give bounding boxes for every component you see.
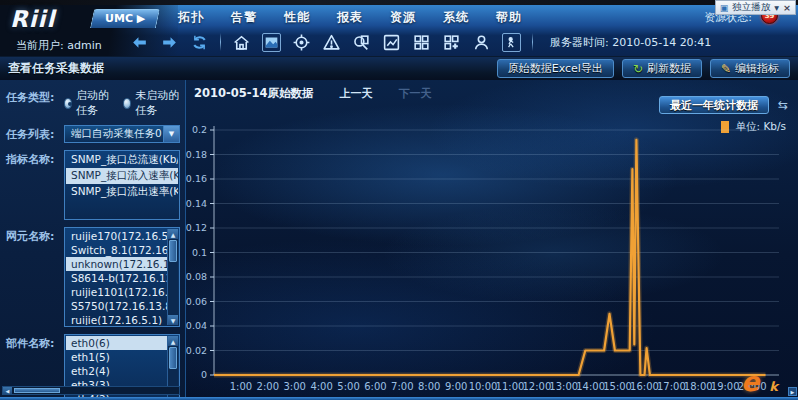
next-day-link-disabled: 下一天	[399, 86, 432, 101]
header: Riil 当前用户: admin UMC ▶ 拓扑 告警 性能 报表 资源 系统…	[0, 5, 798, 56]
scrollbar-thumb[interactable]	[14, 388, 60, 393]
list-item[interactable]: S8614-b(172.16.13.66)	[66, 271, 167, 285]
svg-text:0.04: 0.04	[186, 320, 207, 331]
svg-text:9:00: 9:00	[445, 381, 467, 392]
svg-text:15:00: 15:00	[603, 381, 632, 392]
list-item-selected[interactable]: unknown(172.16.13.134)	[66, 257, 167, 271]
svg-text:12:00: 12:00	[522, 381, 551, 392]
back-icon[interactable]	[130, 33, 149, 52]
list-item[interactable]: ruijie170(172.16.5.251)	[66, 229, 167, 243]
svg-text:0.14: 0.14	[186, 198, 207, 209]
task-list-value: 端口自动采集任务0	[65, 127, 163, 141]
chart-icon[interactable]	[382, 33, 401, 52]
snapshot-icon[interactable]	[262, 33, 281, 52]
prev-day-link[interactable]: 上一天	[340, 86, 373, 101]
main-menu: 拓扑 告警 性能 报表 资源 系统 帮助	[178, 9, 522, 26]
popup-expand-icon[interactable]: ▾	[774, 2, 779, 13]
scroll-left-icon[interactable]: ◀	[3, 387, 12, 394]
user-icon[interactable]	[472, 33, 491, 52]
popup-close-icon[interactable]: ×	[783, 2, 791, 13]
search-icon[interactable]	[352, 33, 371, 52]
chevron-down-icon[interactable]: ▼	[163, 126, 179, 142]
forward-icon[interactable]	[160, 33, 179, 52]
svg-text:1:00: 1:00	[230, 381, 252, 392]
umc-tab[interactable]: UMC ▶	[90, 9, 160, 28]
list-item-selected[interactable]: SNMP_接口流入速率(Kb/s)	[66, 168, 178, 184]
menu-item-performance[interactable]: 性能	[284, 9, 310, 26]
svg-text:0.06: 0.06	[186, 296, 207, 307]
svg-text:18:00: 18:00	[684, 381, 713, 392]
list-item-selected[interactable]: eth0(6)	[66, 336, 167, 350]
vertical-scrollbar[interactable]: ▲ ▼	[167, 229, 178, 325]
svg-text:5:00: 5:00	[337, 381, 359, 392]
svg-text:2:00: 2:00	[257, 381, 279, 392]
alert-icon[interactable]	[322, 33, 341, 52]
scroll-up-icon[interactable]: ▲	[168, 229, 178, 239]
list-item[interactable]: Switch_8.1(172.16.7.15)	[66, 243, 167, 257]
watermark-k: k	[769, 379, 778, 394]
grid-add-icon[interactable]	[442, 33, 461, 52]
scroll-up-icon[interactable]: ▲	[168, 336, 178, 346]
indicator-label: 指标名称:	[6, 150, 64, 220]
element-listbox: ruijie170(172.16.5.251) Switch_8.1(172.1…	[64, 227, 180, 327]
task-list-dropdown[interactable]: 端口自动采集任务0 ▼	[64, 125, 180, 143]
list-item[interactable]: eth1(5)	[66, 350, 167, 364]
horizontal-scrollbar[interactable]: ◀	[2, 386, 180, 395]
menu-item-system[interactable]: 系统	[443, 9, 469, 26]
refresh-data-button[interactable]: ↻ 刷新数据	[622, 59, 702, 78]
list-item[interactable]: SNMP_接口流出速率(Kb/s)	[66, 184, 178, 200]
target-icon[interactable]	[292, 33, 311, 52]
home-icon[interactable]	[232, 33, 251, 52]
list-item[interactable]: S5750(172.16.13.89)	[66, 299, 167, 313]
svg-text:14:00: 14:00	[576, 381, 605, 392]
menu-item-report[interactable]: 报表	[337, 9, 363, 26]
scrollbar-thumb[interactable]	[169, 347, 177, 369]
menu-item-resource[interactable]: 资源	[390, 9, 416, 26]
list-item[interactable]: ruijie1101(172.16.5.223)	[66, 285, 167, 299]
floating-popup: ▣ 独立播放 ▾ ×	[715, 0, 796, 15]
scroll-down-icon[interactable]: ▼	[168, 315, 178, 325]
current-user-label: 当前用户: admin	[16, 38, 102, 53]
refresh-icon: ↻	[633, 62, 643, 76]
scrollbar-thumb[interactable]	[169, 240, 177, 262]
toolbar: 服务器时间: 2010-05-14 20:41	[130, 28, 798, 56]
toolbar-separator	[532, 33, 533, 51]
svg-text:3:00: 3:00	[283, 381, 305, 392]
svg-text:7:00: 7:00	[391, 381, 413, 392]
edit-icon: ✎	[721, 62, 731, 76]
server-time-label: 服务器时间: 2010-05-14 20:41	[550, 35, 711, 50]
task-type-label: 任务类型:	[6, 88, 64, 118]
task-list-label: 任务列表:	[6, 125, 64, 143]
app-window: ▣ 独立播放 ▾ × Riil 当前用户: admin UMC ▶ 拓扑 告警 …	[0, 0, 798, 400]
radio-dot[interactable]	[123, 98, 131, 109]
svg-text:6:00: 6:00	[364, 381, 386, 392]
edit-indicator-button[interactable]: ✎ 编辑指标	[710, 59, 790, 78]
radio-started-tasks[interactable]: 启动的任务	[64, 88, 113, 118]
grid-icon[interactable]	[412, 33, 431, 52]
indicator-listbox: SNMP_接口总流速(Kb/s) SNMP_接口流入速率(Kb/s) SNMP_…	[64, 150, 180, 220]
excel-export-button[interactable]: 原始数据Excel导出	[497, 59, 614, 78]
watermark: e k	[741, 366, 778, 397]
year-stats-button[interactable]: 最近一年统计数据	[659, 96, 769, 114]
swap-view-icon[interactable]: ⇆	[778, 98, 788, 112]
list-item[interactable]: SNMP_接口总流速(Kb/s)	[66, 152, 178, 168]
svg-text:19:00: 19:00	[711, 381, 740, 392]
radio-not-started-tasks[interactable]: 未启动的任务	[123, 88, 180, 118]
scroll-right-icon[interactable]: ▶	[788, 387, 797, 396]
menu-item-help[interactable]: 帮助	[496, 9, 522, 26]
svg-text:11:00: 11:00	[496, 381, 525, 392]
menu-item-topology[interactable]: 拓扑	[178, 9, 204, 26]
list-item[interactable]: ruijie(172.16.5.1)	[66, 313, 167, 325]
svg-text:0.1: 0.1	[192, 247, 207, 258]
menu-item-alarm[interactable]: 告警	[231, 9, 257, 26]
svg-text:8:00: 8:00	[418, 381, 440, 392]
radio-dot-selected[interactable]	[64, 98, 72, 109]
exit-icon[interactable]	[502, 33, 521, 52]
svg-text:0.16: 0.16	[186, 173, 207, 184]
list-item[interactable]: eth2(4)	[66, 364, 167, 378]
chart-title: 2010-05-14原始数据	[194, 86, 314, 101]
refresh-icon[interactable]	[190, 33, 209, 52]
svg-text:10:00: 10:00	[469, 381, 498, 392]
toolbar-separator	[220, 33, 221, 51]
riil-logo: Riil	[10, 6, 55, 32]
